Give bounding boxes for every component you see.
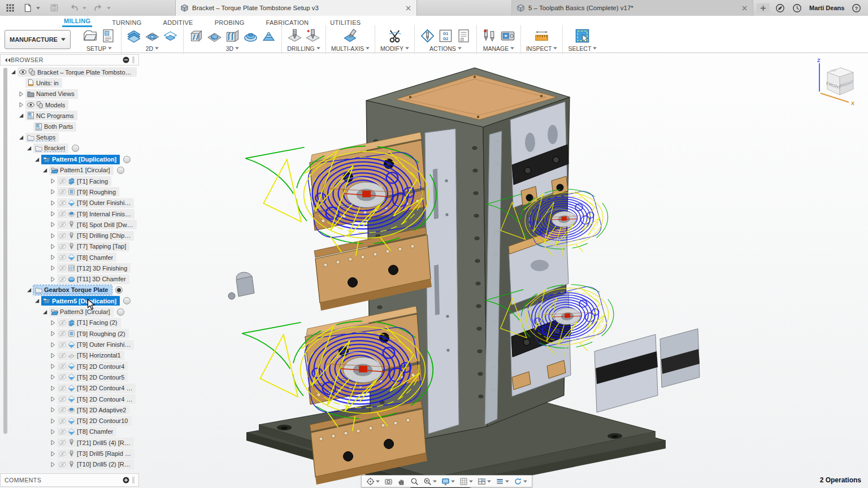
browser-row[interactable]: Models xyxy=(0,99,139,110)
browser-row[interactable]: Units: in xyxy=(0,77,139,88)
multi-axis-icon[interactable] xyxy=(343,28,358,43)
eye-off-icon[interactable] xyxy=(59,330,66,337)
eye-off-icon[interactable] xyxy=(59,395,66,403)
browser-row[interactable]: GBoth Parts xyxy=(0,121,139,132)
redo-icon[interactable] xyxy=(94,3,103,12)
expand-toggle-icon[interactable] xyxy=(17,90,25,98)
browser-row[interactable]: [T5] 2D Contour10 xyxy=(0,416,139,426)
expand-toggle-icon[interactable] xyxy=(49,450,57,457)
collapse-panel-icon[interactable] xyxy=(5,58,11,63)
browser-row[interactable]: [T9] Outer Finishi… xyxy=(0,198,139,208)
browser-row[interactable]: [T9] Internal Finis… xyxy=(0,208,139,219)
workspace-selector[interactable]: MANUFACTURE xyxy=(5,30,71,49)
eye-off-icon[interactable] xyxy=(59,232,66,239)
setup-sheet-icon[interactable] xyxy=(456,28,471,43)
browser-row[interactable]: Pattern1 [Circular] xyxy=(0,165,139,176)
setup-radio[interactable] xyxy=(123,297,131,304)
eye-off-icon[interactable] xyxy=(59,177,66,185)
browser-row[interactable]: [T1] Facing (2) xyxy=(0,317,139,328)
save-icon[interactable] xyxy=(50,3,59,12)
post-process-icon[interactable]: G1G2 xyxy=(438,28,453,43)
file-menu-caret-icon[interactable] xyxy=(36,7,40,10)
face-2d-icon[interactable] xyxy=(127,28,142,43)
viewcube[interactable]: Z X TOP FRONT RIGHT xyxy=(810,55,867,109)
zoom-window-button[interactable] xyxy=(421,476,439,487)
setup-radio[interactable] xyxy=(117,167,124,174)
eye-off-icon[interactable] xyxy=(59,319,66,326)
flow-3d-icon[interactable] xyxy=(225,28,240,43)
ribbon-group-label-multi-axis[interactable]: MULTI-AXIS xyxy=(331,45,370,52)
browser-row[interactable]: Pattern5 [Duplication] xyxy=(0,295,139,306)
file-menu-icon[interactable] xyxy=(23,3,32,12)
expand-toggle-icon[interactable] xyxy=(33,297,41,304)
eye-off-icon[interactable] xyxy=(59,276,66,283)
browser-row[interactable]: GNC Programs xyxy=(0,110,139,121)
redo-caret-icon[interactable] xyxy=(107,7,111,10)
eye-off-icon[interactable] xyxy=(59,450,66,457)
browser-row[interactable]: [T5] Drilling [Chip… xyxy=(0,230,139,241)
document-tab-2[interactable]: 5 – Toolpath Basics (Complete) v17* xyxy=(511,0,753,16)
browser-row[interactable]: [T5] 2D Contour4 … xyxy=(0,394,139,404)
browser-row[interactable]: [T5] 2D Contour4 xyxy=(0,361,139,372)
expand-toggle-icon[interactable] xyxy=(49,417,57,425)
job-status-clock-icon[interactable] xyxy=(792,3,802,13)
eye-icon[interactable] xyxy=(27,101,34,108)
display-settings-button[interactable] xyxy=(439,476,457,487)
expand-toggle-icon[interactable] xyxy=(9,68,18,76)
remove-panel-icon[interactable] xyxy=(123,56,129,63)
add-comment-icon[interactable] xyxy=(123,477,129,483)
browser-row[interactable]: [T6] Spot Drill [Dw… xyxy=(0,219,139,230)
expand-toggle-icon[interactable] xyxy=(41,167,49,174)
zoom-button[interactable] xyxy=(408,476,421,487)
drill-icon[interactable] xyxy=(287,28,302,43)
browser-row[interactable]: Pattern3 [Circular] xyxy=(0,307,139,317)
expand-toggle-icon[interactable] xyxy=(49,439,57,446)
expand-toggle-icon[interactable] xyxy=(17,134,25,141)
expand-toggle-icon[interactable] xyxy=(41,308,49,316)
gcode-sheet-icon[interactable]: G xyxy=(101,28,116,43)
browser-row[interactable]: [T9] Roughing xyxy=(0,186,139,197)
viewports-button[interactable] xyxy=(475,476,493,487)
expand-toggle-icon[interactable] xyxy=(49,199,57,207)
active-setup-radio[interactable] xyxy=(115,286,123,294)
browser-scrollbar[interactable] xyxy=(3,68,7,434)
new-tab-button[interactable] xyxy=(757,3,770,13)
ribbon-group-label-inspect[interactable]: INSPECT xyxy=(526,45,558,52)
expand-toggle-icon[interactable] xyxy=(49,264,57,272)
document-tab-1[interactable]: Bracket – Torque Plate Tombstone Setup v… xyxy=(175,0,417,16)
expand-toggle-icon[interactable] xyxy=(49,330,57,337)
eye-off-icon[interactable] xyxy=(59,385,66,392)
ribbon-group-label-drilling[interactable]: DRILLING xyxy=(287,45,320,52)
browser-row[interactable]: Gearbox Torque Plate xyxy=(0,285,139,295)
browser-row[interactable]: [T3] Drill5 [Rapid … xyxy=(0,448,139,459)
browser-header[interactable]: BROWSER xyxy=(0,54,139,66)
browser-row[interactable]: [T1] Facing xyxy=(0,176,139,186)
browser-row[interactable]: [T8] Chamfer xyxy=(0,252,139,263)
browser-row[interactable]: [T21] Drill5 (4) [R… xyxy=(0,437,139,448)
browser-row[interactable]: Setups xyxy=(0,132,139,143)
browser-row[interactable]: [T9] Roughing (2) xyxy=(0,328,139,339)
ribbon-group-label-2d[interactable]: 2D xyxy=(146,45,159,52)
extensions-icon[interactable] xyxy=(775,3,785,13)
browser-row[interactable]: Bracket – Torque Plate Tombstone … xyxy=(0,67,139,77)
spiral-3d-icon[interactable] xyxy=(261,28,276,43)
setup-radio[interactable] xyxy=(117,308,124,316)
ribbon-group-label-3d[interactable]: 3D xyxy=(226,45,239,52)
expand-toggle-icon[interactable] xyxy=(17,112,25,119)
eye-off-icon[interactable] xyxy=(59,254,66,261)
eye-off-icon[interactable] xyxy=(59,352,66,359)
close-tab-icon[interactable] xyxy=(741,5,748,12)
user-name[interactable]: Marti Deans xyxy=(809,5,844,11)
browser-row[interactable]: Pattern4 [Duplication] xyxy=(0,154,139,164)
expand-toggle-icon[interactable] xyxy=(25,145,33,152)
eye-off-icon[interactable] xyxy=(59,363,66,370)
expand-toggle-icon[interactable] xyxy=(49,254,57,261)
expand-toggle-icon[interactable] xyxy=(49,341,57,348)
expand-toggle-icon[interactable] xyxy=(49,461,57,468)
eye-off-icon[interactable] xyxy=(59,264,66,272)
browser-row[interactable]: [T9] Outer Finishi… xyxy=(0,339,139,350)
ribbon-group-label-setup[interactable]: SETUP xyxy=(86,45,112,52)
expand-toggle-icon[interactable] xyxy=(49,276,57,283)
eye-off-icon[interactable] xyxy=(59,188,66,195)
ribbon-group-label-actions[interactable]: ACTIONS xyxy=(429,45,462,52)
